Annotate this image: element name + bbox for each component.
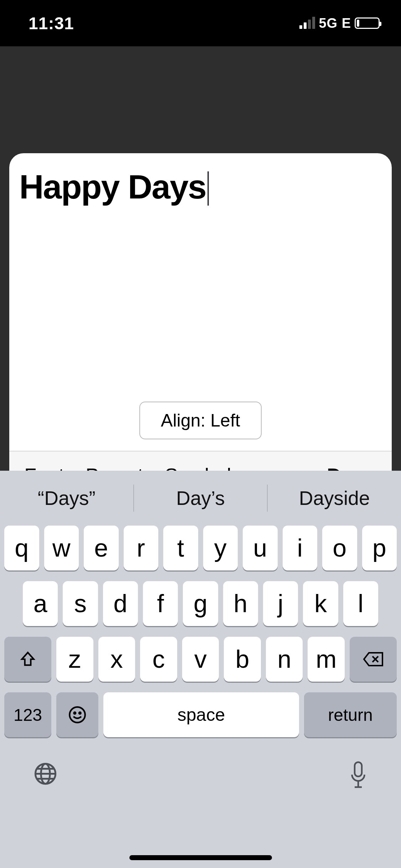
key-n[interactable]: n [266, 637, 303, 682]
suggestion-bar: “Days” Day’s Dayside [0, 471, 401, 526]
signal-strength-icon [299, 17, 315, 29]
text-cursor [207, 171, 209, 206]
key-j[interactable]: j [263, 581, 298, 626]
microphone-icon[interactable] [348, 760, 369, 791]
svg-rect-5 [355, 762, 362, 776]
key-t[interactable]: t [163, 526, 198, 570]
suggestion-1[interactable]: Day’s [134, 487, 267, 510]
suggestion-0[interactable]: “Days” [0, 487, 133, 510]
key-i[interactable]: i [283, 526, 318, 570]
network-label: 5G E [319, 16, 351, 31]
align-button[interactable]: Align: Left [139, 402, 261, 439]
key-z[interactable]: z [56, 637, 93, 682]
key-numeric[interactable]: 123 [4, 692, 51, 737]
key-x[interactable]: x [98, 637, 135, 682]
key-emoji[interactable] [56, 692, 98, 737]
home-indicator[interactable] [129, 855, 272, 860]
text-editor-card: Happy Days Align: Left Font Preset Symbo… [9, 153, 392, 499]
key-m[interactable]: m [308, 637, 345, 682]
key-p[interactable]: p [362, 526, 397, 570]
key-g[interactable]: g [183, 581, 218, 626]
text-input-area[interactable]: Happy Days [9, 153, 392, 402]
key-e[interactable]: e [84, 526, 119, 570]
key-o[interactable]: o [322, 526, 357, 570]
key-y[interactable]: y [203, 526, 238, 570]
globe-icon[interactable] [32, 760, 59, 791]
key-backspace[interactable] [350, 637, 397, 682]
key-l[interactable]: l [343, 581, 378, 626]
key-q[interactable]: q [4, 526, 39, 570]
shift-icon [19, 650, 37, 668]
key-v[interactable]: v [182, 637, 219, 682]
key-return[interactable]: return [304, 692, 397, 737]
key-b[interactable]: b [224, 637, 261, 682]
emoji-icon [67, 704, 88, 725]
battery-icon [355, 17, 380, 29]
key-a[interactable]: a [23, 581, 58, 626]
backspace-icon [363, 651, 384, 667]
key-r[interactable]: r [124, 526, 159, 570]
key-c[interactable]: c [140, 637, 177, 682]
svg-point-2 [79, 712, 81, 714]
key-space[interactable]: space [103, 692, 299, 737]
key-k[interactable]: k [303, 581, 338, 626]
svg-point-1 [74, 712, 76, 714]
suggestion-2[interactable]: Dayside [268, 487, 401, 510]
status-time: 11:31 [29, 14, 74, 33]
key-w[interactable]: w [44, 526, 79, 570]
entered-text: Happy Days [19, 167, 206, 206]
status-bar: 11:31 5G E [0, 0, 401, 46]
ios-keyboard: “Days” Day’s Dayside q w e r t y u i o p… [0, 471, 401, 868]
key-s[interactable]: s [63, 581, 98, 626]
key-u[interactable]: u [243, 526, 278, 570]
editor-backdrop: Size Tilt Move Happy Days Align: Left Fo… [0, 46, 401, 868]
key-f[interactable]: f [143, 581, 178, 626]
svg-point-0 [70, 707, 85, 723]
keyboard-footer [0, 748, 401, 791]
key-h[interactable]: h [223, 581, 258, 626]
key-shift[interactable] [4, 637, 51, 682]
key-d[interactable]: d [103, 581, 138, 626]
